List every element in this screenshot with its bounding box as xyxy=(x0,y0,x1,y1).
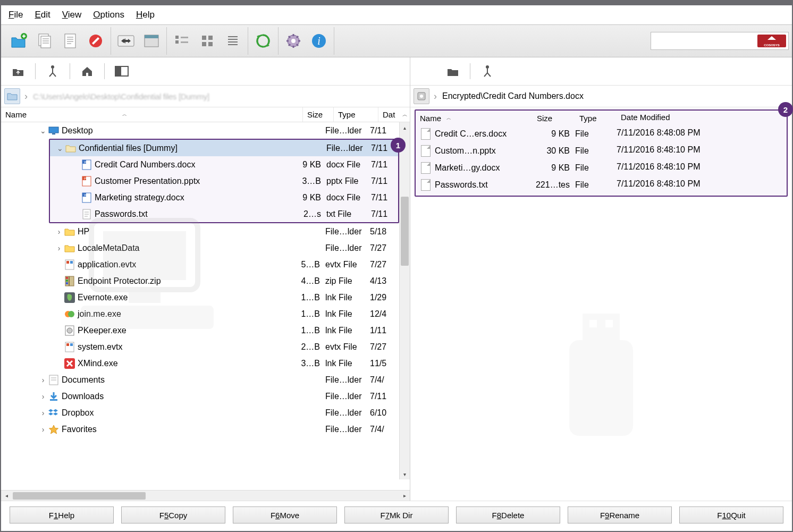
expand-icon[interactable]: › xyxy=(38,425,48,434)
menubar: File Edit View Options Help xyxy=(1,5,792,24)
split-view-icon[interactable] xyxy=(113,63,130,79)
header-name[interactable]: Name︿ xyxy=(1,107,303,122)
up-folder-icon[interactable] xyxy=(10,63,27,79)
menu-view[interactable]: View xyxy=(62,10,82,20)
tree-row[interactable]: Endpoint Protector.zip4…Bzip File4/13 xyxy=(1,273,410,289)
expand-icon[interactable]: › xyxy=(38,376,48,384)
search-input[interactable]: COSOSYS xyxy=(651,32,789,50)
right-breadcrumb[interactable]: › Encrypted\Credit Card Numbers.docx xyxy=(410,85,792,107)
header-size[interactable]: Size xyxy=(303,107,334,122)
expand-icon[interactable]: › xyxy=(54,244,64,252)
tree-row[interactable]: WCredit Card Numbers.docx9 KBdocx File7/… xyxy=(50,156,398,173)
up-folder-icon[interactable] xyxy=(444,63,461,79)
new-folder-icon[interactable] xyxy=(7,29,31,53)
settings-icon[interactable] xyxy=(282,29,305,53)
home-icon[interactable] xyxy=(79,63,96,79)
tree-row[interactable]: system.evtx2…Bevtx File7/27 xyxy=(1,339,410,355)
horizontal-scrollbar[interactable]: ◂ ▸ xyxy=(1,490,410,501)
header-type[interactable]: Type xyxy=(334,107,378,122)
tree-row[interactable]: ›DocumentsFile…lder7/4/ xyxy=(1,371,410,388)
vertical-scrollbar[interactable]: ▴ ▾ xyxy=(399,122,410,479)
fn-move-button[interactable]: F6 Move xyxy=(233,506,337,523)
svg-text:W: W xyxy=(84,161,87,164)
file-size: 30 KB xyxy=(533,146,575,156)
tree-row[interactable]: ›LocaleMetaDataFile…lder7/27 xyxy=(1,240,410,256)
tree-row[interactable]: ⌄DesktopFile…lder7/11 xyxy=(1,122,410,139)
tree-view-icon[interactable] xyxy=(170,29,193,53)
expand-icon[interactable]: › xyxy=(38,392,48,401)
documents-icon[interactable] xyxy=(33,29,56,53)
file-type-icon: W xyxy=(81,159,92,170)
tree-row[interactable]: WMarketing strategy.docx9 KBdocx File7/1… xyxy=(50,189,398,206)
tree-row[interactable]: join.me.exe1…Blnk File12/4 xyxy=(1,306,410,322)
fn-copy-button[interactable]: F5 Copy xyxy=(121,506,225,523)
tree-row[interactable]: Passwords.txt2…stxt File7/11 xyxy=(50,206,398,222)
file-name: LocaleMetaData xyxy=(78,243,140,253)
root-icon[interactable] xyxy=(44,63,61,79)
file-icon xyxy=(421,145,431,157)
file-type: File…lder xyxy=(323,243,368,253)
document-icon[interactable] xyxy=(58,29,82,53)
refresh-icon[interactable] xyxy=(251,29,275,53)
fn-rename-button[interactable]: F9 Rename xyxy=(568,506,672,523)
file-name: Passwords.txt xyxy=(435,180,488,190)
file-type: lnk File xyxy=(323,309,368,319)
file-date: 7/11 xyxy=(369,193,392,202)
header-date[interactable]: Dat︿ xyxy=(378,107,410,122)
tree-row[interactable]: ›HPFile…lder5/18 xyxy=(1,223,410,240)
fn-mkdir-button[interactable]: F7 Mk Dir xyxy=(344,506,449,523)
svg-rect-63 xyxy=(605,320,613,327)
tree-row[interactable]: ›DownloadsFile…lder7/11 xyxy=(1,388,410,404)
tree-row[interactable]: PKeeper.exe1…Blnk File1/11 xyxy=(1,322,410,339)
file-type-icon: P xyxy=(81,176,92,187)
list-view-icon[interactable] xyxy=(221,29,244,53)
tree-row[interactable]: ›DropboxFile…lder6/10 xyxy=(1,404,410,421)
tree-row[interactable]: ⌄Confidential files [Dummy]File…lder7/11 xyxy=(50,140,398,156)
svg-rect-37 xyxy=(66,261,69,264)
right-column-headers[interactable]: Name︿ Size Type xyxy=(416,111,787,125)
grid-view-icon[interactable] xyxy=(196,29,219,53)
panel-view-icon[interactable] xyxy=(140,29,163,53)
expand-icon[interactable]: ⌄ xyxy=(55,144,65,153)
tree-row[interactable]: ›FavoritesFile…lder7/4/ xyxy=(1,421,410,437)
info-icon[interactable]: i xyxy=(307,29,331,53)
file-type-icon xyxy=(48,125,60,136)
file-size: 9 KB xyxy=(533,129,575,139)
svg-text:W: W xyxy=(84,193,87,197)
left-breadcrumb[interactable]: › C:\Users\Angelo\Desktop\Confidential f… xyxy=(1,85,410,107)
root-icon[interactable] xyxy=(479,63,496,79)
expand-icon[interactable]: › xyxy=(38,409,48,417)
header-date-modified[interactable]: Date Modified xyxy=(617,109,674,124)
file-size: 1…B xyxy=(292,309,323,319)
menu-options[interactable]: Options xyxy=(93,10,124,20)
tree-row[interactable]: application.evtx5…Bevtx File7/27 xyxy=(1,256,410,273)
file-name: Confidential files [Dummy] xyxy=(79,143,178,153)
left-nav xyxy=(1,57,410,85)
list-item[interactable]: Custom…n.pptx30 KBFile xyxy=(416,142,787,159)
left-column-headers[interactable]: Name︿ Size Type Dat︿ xyxy=(1,107,410,122)
fn-help-button[interactable]: F1 Help xyxy=(10,506,114,523)
tree-row[interactable]: Evernote.exe1…Blnk File1/29 xyxy=(1,289,410,306)
fn-quit-button[interactable]: F10 Quit xyxy=(679,506,783,523)
expand-icon[interactable]: › xyxy=(54,227,64,236)
fn-delete-button[interactable]: F8 Delete xyxy=(456,506,560,523)
list-item[interactable]: Credit C…ers.docx9 KBFile xyxy=(416,125,787,142)
file-date: 7/11/2016 8:48:10 PM xyxy=(617,158,700,175)
list-item[interactable]: Marketi…gy.docx9 KBFile xyxy=(416,159,787,176)
list-item[interactable]: Passwords.txt221…tesFile xyxy=(416,176,787,193)
file-date: 7/11 xyxy=(369,143,392,153)
usb-watermark-icon xyxy=(553,308,649,446)
swap-panes-icon[interactable] xyxy=(114,29,138,53)
menu-help[interactable]: Help xyxy=(136,10,155,20)
tree-row[interactable]: XMind.exe3…Blnk File11/5 xyxy=(1,355,410,371)
expand-icon[interactable]: ⌄ xyxy=(38,126,48,135)
file-name: Evernote.exe xyxy=(78,293,128,302)
tree-row[interactable]: PCustomer Presentation.pptx3…Bpptx File7… xyxy=(50,173,398,189)
cancel-icon[interactable] xyxy=(84,29,107,53)
file-type: File…lder xyxy=(323,392,368,401)
highlighted-folder: 1⌄Confidential files [Dummy]File…lder7/1… xyxy=(49,139,399,223)
svg-rect-50 xyxy=(70,343,73,346)
svg-rect-53 xyxy=(50,399,57,401)
menu-file[interactable]: File xyxy=(9,10,23,20)
menu-edit[interactable]: Edit xyxy=(35,10,50,20)
